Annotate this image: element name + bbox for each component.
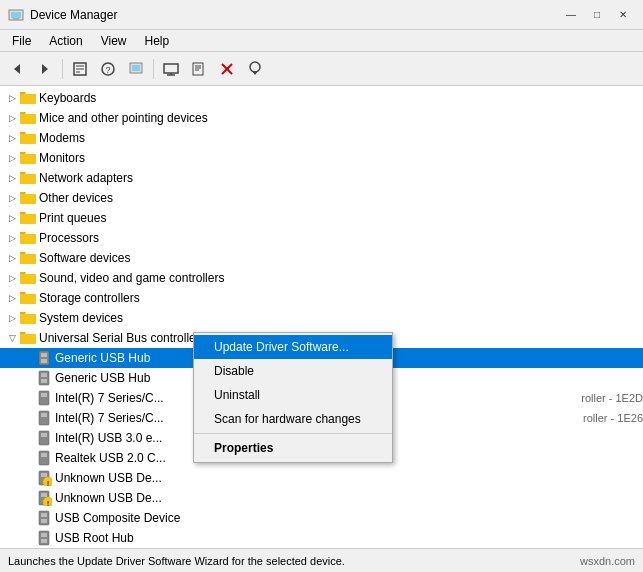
tree-item-software[interactable]: ▷ Software devices	[0, 248, 643, 268]
folder-icon-usb	[20, 330, 36, 346]
tree-item-network[interactable]: ▷ Network adapters	[0, 168, 643, 188]
context-menu-uninstall[interactable]: Uninstall	[194, 383, 392, 407]
expand-icon-unknown-1	[20, 470, 36, 486]
expand-icon-intel-usb3	[20, 430, 36, 446]
svg-rect-37	[20, 214, 36, 224]
tree-view[interactable]: ▷ Keyboards ▷ Mice and other pointing de…	[0, 86, 643, 548]
expand-icon-print: ▷	[4, 210, 20, 226]
properties-button[interactable]	[67, 56, 93, 82]
svg-point-22	[250, 62, 260, 72]
maximize-button[interactable]: □	[585, 6, 609, 24]
expand-icon-processors: ▷	[4, 230, 20, 246]
svg-rect-52	[41, 353, 47, 357]
svg-rect-58	[41, 393, 47, 397]
context-menu-disable[interactable]: Disable	[194, 359, 392, 383]
forward-button[interactable]	[32, 56, 58, 82]
tree-item-modems[interactable]: ▷ Modems	[0, 128, 643, 148]
svg-rect-27	[20, 114, 36, 124]
tree-item-label-mice: Mice and other pointing devices	[39, 111, 643, 125]
minimize-button[interactable]: —	[559, 6, 583, 24]
tree-item-label-unknown-2: Unknown USB De...	[55, 491, 643, 505]
toolbar: ?	[0, 52, 643, 86]
expand-icon-usb: ▽	[4, 330, 20, 346]
tree-item-other[interactable]: ▷ Other devices	[0, 188, 643, 208]
expand-icon-generic-usb-2	[20, 370, 36, 386]
svg-rect-60	[41, 413, 47, 417]
usb-icon-intel-7-2	[36, 410, 52, 426]
network-button[interactable]	[158, 56, 184, 82]
tree-item-keyboards[interactable]: ▷ Keyboards	[0, 88, 643, 108]
close-button[interactable]: ✕	[611, 6, 635, 24]
tree-item-print[interactable]: ▷ Print queues	[0, 208, 643, 228]
expand-icon-keyboards: ▷	[4, 90, 20, 106]
tree-item-system[interactable]: ▷ System devices	[0, 308, 643, 328]
menu-help[interactable]: Help	[137, 32, 178, 50]
toolbar-sep-1	[62, 59, 63, 79]
menu-bar: File Action View Help	[0, 30, 643, 52]
svg-rect-74	[41, 513, 47, 517]
svg-marker-3	[14, 64, 20, 74]
tree-item-processors[interactable]: ▷ Processors	[0, 228, 643, 248]
folder-icon-processors	[20, 230, 36, 246]
tree-item-unknown-1[interactable]: ! Unknown USB De...	[0, 468, 643, 488]
help-button[interactable]	[123, 56, 149, 82]
svg-marker-23	[252, 71, 258, 75]
tree-item-label-storage: Storage controllers	[39, 291, 643, 305]
tree-item-mice[interactable]: ▷ Mice and other pointing devices	[0, 108, 643, 128]
menu-action[interactable]: Action	[41, 32, 90, 50]
tree-item-label-other: Other devices	[39, 191, 643, 205]
svg-rect-77	[41, 533, 47, 537]
update-driver-button[interactable]: ?	[95, 56, 121, 82]
context-menu-scan[interactable]: Scan for hardware changes	[194, 407, 392, 431]
tree-item-label-software: Software devices	[39, 251, 643, 265]
down-button[interactable]	[242, 56, 268, 82]
toolbar-sep-2	[153, 59, 154, 79]
context-menu-disable-label: Disable	[214, 364, 254, 378]
usb-icon-realtek	[36, 450, 52, 466]
expand-icon-mice: ▷	[4, 110, 20, 126]
usb-icon-intel-usb3	[36, 430, 52, 446]
context-menu-update-driver[interactable]: Update Driver Software...	[194, 335, 392, 359]
svg-rect-47	[20, 314, 36, 324]
tree-item-label-unknown-1: Unknown USB De...	[55, 471, 643, 485]
status-watermark: wsxdn.com	[580, 555, 635, 567]
tree-item-label-composite: USB Composite Device	[55, 511, 643, 525]
tree-item-storage[interactable]: ▷ Storage controllers	[0, 288, 643, 308]
tree-item-sound[interactable]: ▷ Sound, video and game controllers	[0, 268, 643, 288]
svg-rect-2	[13, 18, 19, 20]
svg-text:!: !	[47, 499, 50, 507]
svg-rect-43	[20, 274, 36, 284]
window-title: Device Manager	[30, 8, 117, 22]
svg-rect-41	[20, 254, 36, 264]
expand-icon-network: ▷	[4, 170, 20, 186]
tree-item-composite[interactable]: USB Composite Device	[0, 508, 643, 528]
window-controls: — □ ✕	[559, 6, 635, 24]
svg-rect-13	[164, 64, 178, 73]
expand-icon-other: ▷	[4, 190, 20, 206]
svg-marker-30	[20, 132, 26, 134]
folder-icon-keyboards	[20, 90, 36, 106]
folder-icon-network	[20, 170, 36, 186]
menu-view[interactable]: View	[93, 32, 135, 50]
tree-item-label-keyboards: Keyboards	[39, 91, 643, 105]
folder-icon-print	[20, 210, 36, 226]
expand-icon-storage: ▷	[4, 290, 20, 306]
tree-item-label-network: Network adapters	[39, 171, 643, 185]
folder-icon-storage	[20, 290, 36, 306]
scan-button[interactable]	[186, 56, 212, 82]
svg-rect-39	[20, 234, 36, 244]
context-menu-properties[interactable]: Properties	[194, 436, 392, 460]
tree-item-unknown-2[interactable]: ! Unknown USB De...	[0, 488, 643, 508]
folder-icon-software	[20, 250, 36, 266]
tree-item-root-hub-1[interactable]: USB Root Hub	[0, 528, 643, 548]
back-button[interactable]	[4, 56, 30, 82]
expand-icon-realtek	[20, 450, 36, 466]
title-bar: Device Manager — □ ✕	[0, 0, 643, 30]
delete-button[interactable]	[214, 56, 240, 82]
svg-marker-48	[20, 312, 26, 314]
context-menu-uninstall-label: Uninstall	[214, 388, 260, 402]
menu-file[interactable]: File	[4, 32, 39, 50]
svg-text:!: !	[47, 479, 50, 487]
svg-marker-38	[20, 212, 26, 214]
tree-item-monitors[interactable]: ▷ Monitors	[0, 148, 643, 168]
